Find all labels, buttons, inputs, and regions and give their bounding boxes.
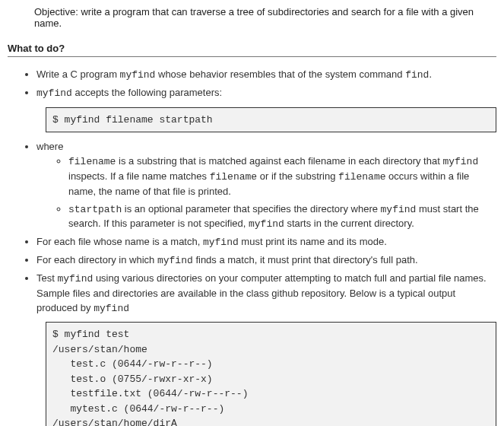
code-inline: myfind xyxy=(94,303,129,314)
code-inline: myfind xyxy=(157,255,193,266)
text: inspects. If a file name matches xyxy=(68,170,210,182)
code-inline: myfind xyxy=(249,218,284,230)
text: Test xyxy=(36,272,57,284)
list-item: startpath is an optional parameter that … xyxy=(68,202,496,233)
text: For each directory in which xyxy=(36,254,157,265)
list-item: myfind accepts the following parameters: xyxy=(36,86,496,101)
output-codebox: $ myfind test /users/stan/home test.c (0… xyxy=(46,322,496,426)
code-inline: myfind xyxy=(57,273,93,285)
text: Write a C program xyxy=(36,68,120,80)
instruction-list: Write a C program myfind whose behavior … xyxy=(8,68,496,101)
list-item: For each directory in which myfind finds… xyxy=(36,253,496,269)
text: accepts the following parameters: xyxy=(72,87,222,98)
list-item: filename is a substring that is matched … xyxy=(68,154,496,199)
usage-codebox: $ myfind filename startpath xyxy=(46,107,496,133)
objective-text: Objective: write a program that can trav… xyxy=(34,6,496,29)
sub-list: filename is a substring that is matched … xyxy=(36,154,496,232)
code-inline: myfind xyxy=(442,156,478,167)
code-inline: myfind xyxy=(36,87,72,99)
text: . xyxy=(429,68,432,80)
list-item: where filename is a substring that is ma… xyxy=(36,140,496,232)
text: finds a match, it must print that direct… xyxy=(193,254,418,265)
text: must print its name and its mode. xyxy=(239,236,387,247)
text: whose behavior resembles that of the sys… xyxy=(155,68,405,80)
text: For each file whose name is a match, xyxy=(36,236,203,247)
instruction-list-continued: where filename is a substring that is ma… xyxy=(8,140,496,316)
list-item: Test myfind using various directories on… xyxy=(36,272,496,316)
code-inline: filename xyxy=(68,156,116,167)
code-inline: find xyxy=(405,69,429,81)
text: is a substring that is matched against e… xyxy=(116,155,442,167)
text: or if the substring xyxy=(257,170,338,182)
code-inline: startpath xyxy=(68,204,122,215)
code-inline: myfind xyxy=(203,237,239,248)
text: where xyxy=(36,141,63,152)
code-inline: myfind xyxy=(120,69,156,81)
text: is an optional parameter that specifies … xyxy=(122,203,380,215)
text: starts in the current directory. xyxy=(284,218,414,229)
section-header: What to do? xyxy=(8,43,496,57)
code-inline: filename xyxy=(338,171,385,183)
list-item: For each file whose name is a match, myf… xyxy=(36,235,496,250)
code-inline: myfind xyxy=(381,204,417,215)
code-inline: filename xyxy=(210,171,257,183)
list-item: Write a C program myfind whose behavior … xyxy=(36,68,496,83)
